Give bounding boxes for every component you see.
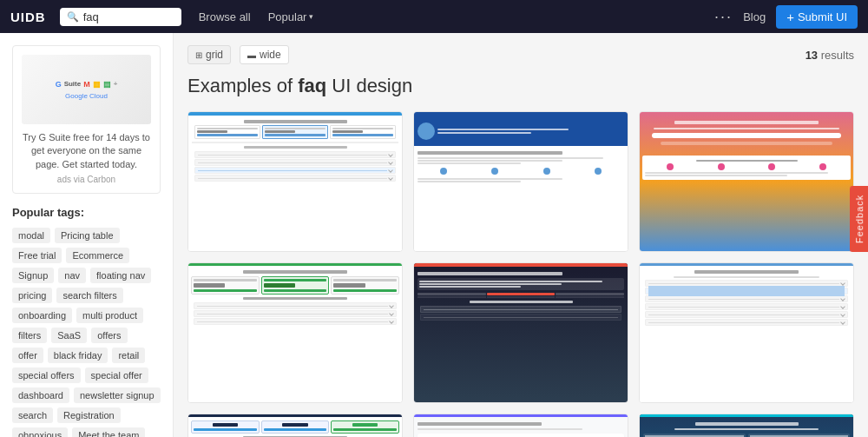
chevron-down-icon: ▾ [309, 12, 313, 21]
sidebar-ad[interactable]: G Suite M ▦ ▤ + Google Cloud Try G Suite… [12, 45, 161, 194]
tag-item[interactable]: Free trial [12, 248, 62, 263]
tag-item[interactable]: Signup [12, 268, 54, 283]
gallery-item[interactable] [413, 111, 628, 252]
gallery-thumbnail [640, 112, 853, 251]
tag-item[interactable]: black friday [48, 348, 108, 363]
search-input[interactable] [83, 10, 174, 23]
gallery-item[interactable] [639, 262, 854, 403]
gallery-item[interactable] [187, 111, 403, 252]
main-nav: Browse all Popular ▾ [190, 7, 706, 27]
results-number: 13 [806, 49, 818, 62]
gallery-item[interactable] [639, 414, 854, 437]
gallery-item[interactable] [187, 262, 403, 403]
gallery-item[interactable] [413, 414, 628, 437]
popular-tags-title: Popular tags: [12, 206, 161, 219]
header-right: ··· Blog Submit UI [714, 5, 858, 29]
tag-item[interactable]: filters [12, 328, 47, 343]
gallery-item[interactable] [187, 414, 403, 437]
tag-item[interactable]: obnoxious [12, 427, 68, 437]
feedback-tab[interactable]: Feedback [850, 185, 868, 251]
browse-all-link[interactable]: Browse all [190, 7, 260, 27]
grid-label: grid [206, 49, 223, 61]
title-prefix: Examples of [187, 75, 298, 96]
sidebar: G Suite M ▦ ▤ + Google Cloud Try G Suite… [0, 33, 174, 437]
popular-dropdown[interactable]: Popular ▾ [263, 7, 319, 27]
ad-text: Try G Suite free for 14 days to get ever… [22, 131, 151, 171]
gallery-item[interactable] [413, 262, 628, 403]
title-keyword: faq [298, 75, 326, 96]
title-suffix: UI design [326, 75, 412, 96]
tags-grid: modalPricing tableFree trialEcommerceSig… [12, 228, 161, 437]
popular-label: Popular [268, 10, 307, 23]
ads-caption: ads via Carbon [22, 175, 151, 184]
tag-item[interactable]: Ecommerce [66, 248, 129, 263]
gallery-thumbnail [188, 414, 402, 437]
tag-item[interactable]: onboarding [12, 308, 72, 323]
tag-item[interactable]: dashboard [12, 387, 69, 403]
tag-item[interactable]: search [12, 407, 53, 423]
tag-item[interactable]: search filters [56, 288, 122, 303]
results-count: 13 results [806, 49, 854, 62]
tag-item[interactable]: floating nav [90, 268, 151, 283]
tag-item[interactable]: offer [12, 348, 43, 363]
tag-item[interactable]: nav [58, 268, 86, 283]
blog-link[interactable]: Blog [743, 10, 766, 23]
wide-icon: ▬ [247, 50, 256, 60]
main-container: G Suite M ▦ ▤ + Google Cloud Try G Suite… [0, 33, 868, 437]
tag-item[interactable]: special offers [12, 367, 81, 383]
gallery-thumbnail [414, 112, 628, 251]
grid-icon: ⊞ [195, 50, 202, 60]
grid-view-button[interactable]: ⊞ grid [187, 45, 231, 64]
header: UIDB 🔍 Browse all Popular ▾ ··· Blog Sub… [0, 0, 868, 33]
gallery-thumbnail [188, 263, 402, 402]
tag-item[interactable]: retail [112, 348, 145, 363]
tag-item[interactable]: SaaS [51, 328, 87, 343]
submit-ui-button[interactable]: Submit UI [776, 5, 858, 29]
tag-item[interactable]: special offer [85, 367, 148, 383]
wide-label: wide [260, 49, 281, 61]
gallery-thumbnail [414, 263, 628, 402]
submit-ui-label: Submit UI [798, 10, 847, 23]
search-bar[interactable]: 🔍 [60, 8, 181, 26]
search-icon: 🔍 [67, 11, 79, 23]
page-title: Examples of faq UI design [187, 75, 854, 97]
tag-item[interactable]: modal [12, 228, 50, 243]
gallery-thumbnail [414, 414, 628, 437]
gallery-item[interactable] [639, 111, 854, 252]
tag-item[interactable]: multi product [76, 308, 143, 323]
tag-item[interactable]: Registration [57, 407, 121, 423]
gallery-thumbnail [188, 112, 402, 251]
tag-item[interactable]: Pricing table [55, 228, 120, 243]
tag-item[interactable]: pricing [12, 288, 52, 303]
gallery-thumbnail [640, 414, 853, 437]
more-options-button[interactable]: ··· [714, 8, 733, 26]
gallery-grid [187, 111, 854, 437]
ad-image: G Suite M ▦ ▤ + Google Cloud [22, 55, 151, 124]
gallery-thumbnail [640, 263, 853, 402]
tag-item[interactable]: newsletter signup [74, 387, 161, 403]
tag-item[interactable]: offers [91, 328, 127, 343]
wide-view-button[interactable]: ▬ wide [240, 45, 289, 64]
logo[interactable]: UIDB [10, 10, 46, 24]
content-area: ⊞ grid ▬ wide 13 results Examples of faq… [174, 33, 868, 437]
tag-item[interactable]: Meet the team [72, 427, 145, 437]
view-toggle-bar: ⊞ grid ▬ wide 13 results [187, 45, 854, 64]
